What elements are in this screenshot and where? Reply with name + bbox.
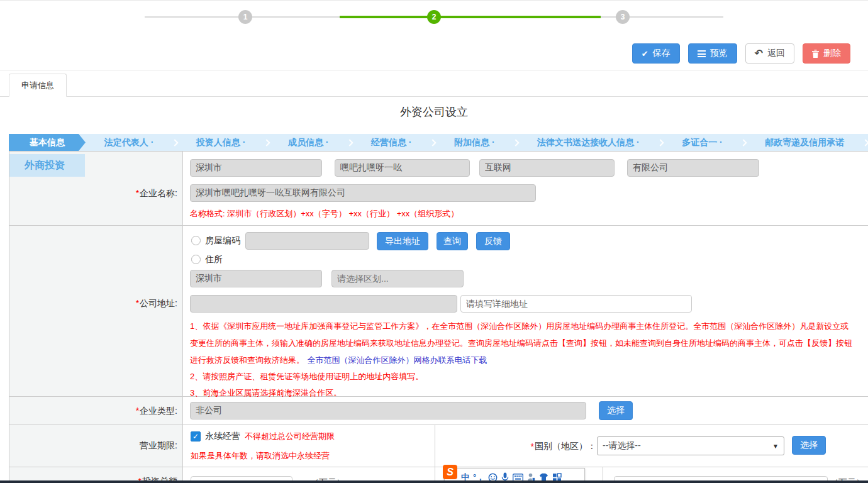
country-label: *国别（地区）： [435, 425, 596, 467]
back-button-label: 返回 [767, 48, 785, 59]
save-button[interactable]: ✔ 保存 [632, 43, 680, 64]
nav-tab-member-info[interactable]: 成员信息 · [286, 137, 331, 148]
company-type-input[interactable] [190, 402, 586, 419]
address-note-1: 1、依据《深圳市应用统一地址库加强商事登记与监管工作方案》，在全市范围（深汕合作… [190, 321, 852, 365]
header-divider [0, 70, 868, 70]
query-button[interactable]: 查询 [437, 232, 468, 250]
address-street-input[interactable] [190, 295, 457, 313]
sidebar-item-foreign-investment[interactable]: 外商投资 [9, 154, 85, 177]
name-orgform-input[interactable] [627, 159, 759, 177]
perpetual-operation-group: ✓ 永续经营 不得超过总公司经营期限 [191, 431, 335, 442]
perpetual-operation-checkbox[interactable]: ✓ [191, 431, 201, 441]
nav-tab-additional-info[interactable]: 附加信息 · [452, 137, 498, 148]
label-column: 营业期限: [9, 425, 183, 467]
preview-button-label: 预览 [710, 48, 728, 59]
nav-tab-basic-info[interactable]: 基本信息 [9, 134, 86, 151]
perpetual-operation-label: 永续经营 [205, 431, 240, 442]
company-name-label: *企业名称: [136, 188, 177, 199]
label-column: 外商投资 *企业名称: [9, 152, 183, 225]
company-type-label: *企业类型: [136, 406, 177, 417]
chevron-right-icon [862, 139, 868, 146]
feedback-button[interactable]: 反馈 [476, 232, 510, 250]
full-company-name-input[interactable] [190, 184, 536, 202]
company-name-row: 外商投资 *企业名称: 名称格式: 深圳市（行政区划）+xx（字号） +xx（行… [9, 152, 868, 226]
chevron-right-icon [171, 139, 178, 146]
required-mark: * [531, 441, 534, 452]
name-industry-input[interactable] [479, 159, 615, 177]
basic-info-form: 外商投资 *企业名称: 名称格式: 深圳市（行政区划）+xx（字号） +xx（行… [9, 151, 868, 483]
back-button[interactable]: ↶ 返回 [745, 43, 794, 64]
residence-radio-label: 住所 [205, 254, 223, 265]
foreign-company-registration-page: 1 2 3 ✔ 保存 预览 ↶ 返回 删除 申请信息 外资公司设立 [0, 0, 868, 483]
step-1-dot[interactable]: 1 [238, 10, 252, 24]
page-title: 外资公司设立 [0, 104, 868, 119]
house-code-radio-label: 房屋编码 [205, 235, 240, 247]
address-notes: 1、依据《深圳市应用统一地址库加强商事登记与监管工作方案》，在全市范围（深汕合作… [190, 318, 857, 401]
address-note-2: 2、请按照房产证、租赁凭证等场地使用证明上的地址内容填写。 [190, 369, 857, 385]
delete-button[interactable]: 删除 [803, 43, 850, 64]
export-address-button[interactable]: 导出地址 [377, 232, 428, 250]
nav-tab-postal-credit[interactable]: 邮政寄递及信用承诺 [762, 137, 847, 148]
step-3-dot[interactable]: 3 [616, 10, 630, 24]
company-address-row: *公司地址: 房屋编码 导出地址 查询 反馈 住所 1、依据《深圳市应用统一地址… [9, 226, 868, 397]
company-address-label: *公司地址: [136, 298, 177, 309]
required-mark: * [136, 188, 139, 198]
company-type-select-button[interactable]: 选择 [599, 401, 633, 420]
nav-tab-legal-representative[interactable]: 法定代表人 · [102, 137, 157, 148]
label-column: *企业类型: [9, 397, 183, 425]
name-region-input[interactable] [190, 159, 322, 177]
taskbar-edge [0, 480, 868, 483]
address-detail-input[interactable] [460, 295, 692, 313]
chevron-right-icon [657, 139, 664, 146]
country-select-value: --请选择-- [603, 440, 641, 452]
chevron-right-icon [513, 139, 520, 146]
residence-radio[interactable] [191, 255, 201, 264]
select-arrow-icon: ▼ [772, 443, 779, 450]
chevron-right-icon [263, 139, 270, 146]
nav-tab-investor-info[interactable]: 投资人信息 · [194, 137, 248, 148]
company-address-content: 房屋编码 导出地址 查询 反馈 住所 1、依据《深圳市应用统一地址库加强商事登记… [184, 226, 868, 396]
company-name-content: 名称格式: 深圳市（行政区划）+xx（字号） +xx（行业） +xx（组织形式） [184, 152, 868, 225]
chevron-right-icon [740, 139, 747, 146]
back-arrow-icon: ↶ [755, 48, 763, 58]
step-2-dot-active[interactable]: 2 [427, 10, 441, 24]
stepper-progress [340, 16, 601, 18]
nav-tab-business-info[interactable]: 经营信息 · [369, 137, 415, 148]
required-mark: * [136, 298, 139, 308]
top-divider [0, 0, 868, 1]
country-select[interactable]: --请选择-- ▼ [597, 436, 784, 455]
section-nav: 基本信息 法定代表人 · 投资人信息 · 成员信息 · 经营信息 · 附加信息 … [9, 134, 868, 151]
sogou-logo-icon[interactable]: S [443, 465, 457, 479]
address-city-input[interactable] [190, 270, 322, 287]
business-term-country-row: 营业期限: ✓ 永续经营 不得超过总公司经营期限 如果是具体年数，请取消选中永续… [9, 425, 868, 467]
chevron-right-icon [347, 139, 353, 146]
business-term-label: 营业期限: [140, 440, 177, 452]
nav-tab-multi-certificate[interactable]: 多证合一 · [679, 137, 725, 148]
preview-button[interactable]: 预览 [688, 43, 737, 64]
country-select-button[interactable]: 选择 [792, 436, 826, 455]
term-below-warning: 如果是具体年数，请取消选中永续经营 [191, 450, 330, 462]
tab-bar-line [0, 96, 868, 97]
house-code-radio[interactable] [191, 236, 201, 245]
delete-button-label: 删除 [823, 48, 841, 59]
term-inline-warning: 不得超过总公司经营期限 [245, 431, 335, 442]
chevron-right-icon [430, 139, 437, 146]
tab-application-info[interactable]: 申请信息 [9, 74, 67, 97]
action-toolbar: ✔ 保存 预览 ↶ 返回 删除 [632, 43, 850, 64]
address-district-select[interactable] [331, 270, 464, 287]
house-code-input[interactable] [245, 232, 369, 250]
label-column: *公司地址: [9, 226, 183, 396]
list-icon [698, 50, 706, 57]
grid-office-phone-link[interactable]: 全市范围（深汕合作区除外）网格办联系电话下载 [307, 355, 487, 365]
company-type-row: *企业类型: 选择 [9, 397, 868, 425]
company-type-content: 选择 [184, 397, 868, 425]
name-format-note: 名称格式: 深圳市（行政区划）+xx（字号） +xx（行业） +xx（组织形式） [190, 208, 459, 219]
nav-tab-legal-document-recipient[interactable]: 法律文书送达接收人信息 · [535, 137, 642, 148]
required-mark: * [136, 406, 139, 416]
save-button-label: 保存 [653, 48, 670, 59]
trash-icon [812, 50, 819, 58]
check-icon: ✔ [642, 50, 648, 58]
name-brand-input[interactable] [335, 159, 470, 177]
